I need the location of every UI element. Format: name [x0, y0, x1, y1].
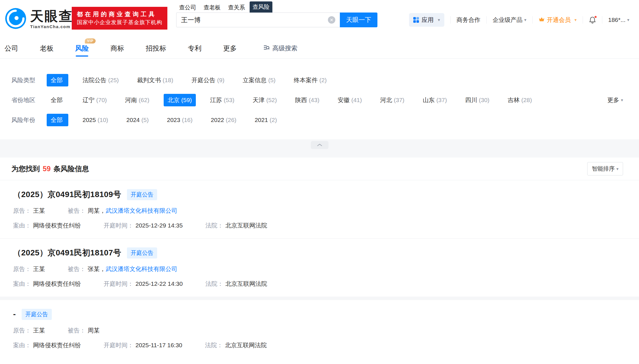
tab-search-relation[interactable]: 查关系 — [225, 3, 248, 13]
notification-bell-icon[interactable] — [589, 16, 596, 24]
filter-chip[interactable]: 北京(59) — [164, 94, 196, 106]
filter-row-risk-year: 风险年份 全部 2025(10) 2024(5) 2023(16) 2022(2… — [11, 114, 623, 126]
court-value: 北京互联网法院 — [225, 280, 267, 288]
plaintiff-value: 王某 — [33, 265, 45, 273]
vip-upgrade-link[interactable]: 开通会员 ▾ — [539, 16, 577, 24]
defendant-person: 周某 — [88, 326, 100, 334]
results-header: 为您找到59条风险信息 智能排序 ▾ — [0, 158, 639, 180]
case-list-item: - 开庭公告 原告：王某 被告：周某 案由：网络侵权责任纠纷 开庭时间：2025… — [0, 300, 639, 358]
defendant-label: 被告： — [68, 207, 86, 215]
business-coop-link[interactable]: 商务合作 — [457, 16, 480, 24]
hearing-time-value: 2025-11-17 16:30 — [135, 342, 182, 349]
filter-chip[interactable]: 2021(2) — [251, 114, 281, 126]
filter-label: 风险类型 — [11, 76, 47, 84]
defendant-company-link[interactable]: 武汉潘塔文化科技有限公司 — [106, 207, 177, 215]
court-value: 北京互联网法院 — [225, 222, 267, 229]
filter-chip[interactable]: 裁判文书(18) — [133, 74, 177, 86]
chevron-down-icon: ▾ — [438, 17, 440, 22]
cause-value: 网络侵权责任纠纷 — [33, 280, 81, 288]
filter-chip[interactable]: 天津(52) — [248, 94, 281, 106]
results-section: 为您找到59条风险信息 智能排序 ▾ （2025）京0491民初18109号 开… — [0, 158, 639, 358]
filter-chip[interactable]: 2024(5) — [122, 114, 153, 126]
filter-chip[interactable]: 陕西(43) — [291, 94, 323, 106]
nav-item-risk-label: 风险 — [75, 44, 89, 53]
defendant-label: 被告： — [68, 326, 86, 334]
nav-item-patent[interactable]: 专利 — [188, 38, 202, 59]
promo-banner: 都在用的商业查询工具 国家中小企业发展子基金旗下机构 — [72, 7, 167, 30]
filter-label: 省份地区 — [11, 96, 47, 104]
advanced-search-button[interactable]: 高级搜索 — [263, 44, 297, 53]
enterprise-products-link[interactable]: 企业级产品 ▾ — [493, 16, 527, 24]
filter-chip[interactable]: 河北(37) — [376, 94, 408, 106]
filter-chip[interactable]: 开庭公告(9) — [188, 74, 229, 86]
filter-chip[interactable]: 终本案件(2) — [290, 74, 331, 86]
plaintiff-label: 原告： — [13, 207, 31, 215]
nav-item-boss[interactable]: 老板 — [40, 38, 54, 59]
cause-label: 案由： — [13, 222, 31, 229]
filter-chip[interactable]: 四川(30) — [461, 94, 493, 106]
defendant-company-link[interactable]: 武汉潘塔文化科技有限公司 — [106, 265, 177, 273]
tab-search-company[interactable]: 查公司 — [176, 3, 199, 13]
court-label: 法院： — [206, 280, 223, 288]
chevron-up-icon — [317, 142, 322, 148]
vip-badge: VIP — [85, 38, 96, 44]
nav-item-trademark[interactable]: 商标 — [110, 38, 124, 59]
tianyancha-logo[interactable]: 天眼查 TianYanCha.com — [5, 7, 73, 31]
filter-chip[interactable]: 江苏(53) — [206, 94, 238, 106]
case-number[interactable]: （2025）京0491民初18107号 — [13, 247, 121, 258]
smart-sort-button[interactable]: 智能排序 ▾ — [587, 162, 623, 175]
case-number[interactable]: （2025）京0491民初18109号 — [13, 189, 121, 200]
promo-line2: 国家中小企业发展子基金旗下机构 — [77, 18, 162, 26]
nav-item-more[interactable]: 更多 — [223, 38, 237, 59]
tab-search-boss[interactable]: 查老板 — [201, 3, 223, 13]
filter-chip[interactable]: 吉林(28) — [504, 94, 536, 106]
search-button[interactable]: 天眼一下 — [340, 13, 377, 27]
hearing-time-value: 2025-12-22 14:30 — [135, 280, 183, 287]
crown-icon — [539, 16, 545, 23]
filters-panel: 风险类型 全部 法院公告(25) 裁判文书(18) 开庭公告(9) 立案信息(5… — [0, 59, 639, 139]
nav-item-risk[interactable]: 风险 VIP — [75, 38, 89, 59]
filter-chip[interactable]: 全部 — [47, 74, 68, 86]
advanced-search-icon — [263, 44, 270, 53]
summary-suffix: 条风险信息 — [54, 165, 89, 173]
user-account-menu[interactable]: 186*... ▾ — [608, 16, 629, 23]
clear-search-icon[interactable]: ✕ — [328, 16, 335, 24]
plaintiff-value: 王某 — [33, 326, 45, 334]
case-list-item: （2025）京0491民初18107号 开庭公告 原告：王某 被告：张某，武汉潘… — [0, 239, 639, 297]
more-provinces-button[interactable]: 更多 ▾ — [607, 96, 623, 104]
filter-chip[interactable]: 2022(26) — [207, 114, 241, 126]
nav-item-company[interactable]: 公司 — [5, 38, 18, 59]
tab-search-risk[interactable]: 查风险 — [250, 1, 272, 13]
collapse-filters-button[interactable] — [311, 141, 328, 149]
nav-item-bidding[interactable]: 招投标 — [146, 38, 166, 59]
results-count: 59 — [43, 165, 51, 173]
filter-chip[interactable]: 山东(37) — [419, 94, 451, 106]
filter-chip[interactable]: 2023(16) — [163, 114, 196, 126]
hearing-time-label: 开庭时间： — [104, 222, 133, 229]
court-label: 法院： — [205, 341, 223, 349]
cause-label: 案由： — [13, 341, 31, 349]
search-input[interactable] — [181, 16, 328, 24]
hearing-time-label: 开庭时间： — [104, 341, 133, 349]
defendant-person: 张某， — [88, 265, 106, 273]
search-type-tabs: 查公司 查老板 查关系 查风险 — [176, 3, 377, 13]
divider — [450, 16, 451, 24]
chevron-down-icon: ▾ — [621, 98, 623, 103]
filter-chip[interactable]: 全部 — [47, 94, 68, 106]
filters-collapse-band — [0, 139, 639, 158]
tianyancha-logo-icon — [5, 7, 27, 31]
filter-chip[interactable]: 辽宁(70) — [79, 94, 111, 106]
apps-button[interactable]: 应用 ▾ — [409, 13, 444, 27]
search-box[interactable]: ✕ — [176, 13, 340, 27]
filter-chip[interactable]: 安徽(41) — [334, 94, 366, 106]
filter-label: 风险年份 — [11, 116, 47, 124]
more-label: 更多 — [607, 96, 619, 104]
case-list-item: （2025）京0491民初18109号 开庭公告 原告：王某 被告：周某，武汉潘… — [0, 180, 639, 238]
filter-chip[interactable]: 2025(10) — [79, 114, 112, 126]
filter-chip[interactable]: 全部 — [47, 114, 68, 126]
brand-domain: TianYanCha.com — [30, 24, 73, 29]
filter-chip[interactable]: 立案信息(5) — [239, 74, 280, 86]
case-number[interactable]: - — [13, 310, 16, 319]
filter-chip[interactable]: 法院公告(25) — [79, 74, 123, 86]
filter-chip[interactable]: 河南(62) — [121, 94, 153, 106]
